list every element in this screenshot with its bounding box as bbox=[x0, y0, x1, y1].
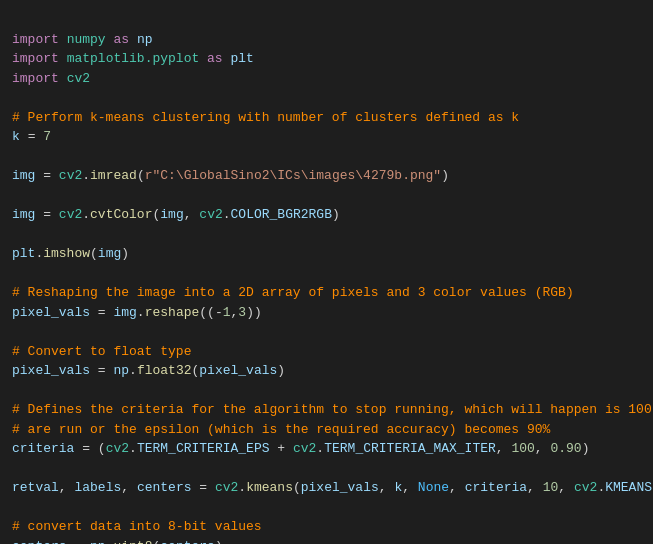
line-imread: img = cv2.imread(r"C:\GlobalSino2\ICs\im… bbox=[12, 168, 449, 183]
line-k-assign: k = 7 bbox=[12, 129, 51, 144]
line-comment-8bit: # convert data into 8-bit values bbox=[12, 519, 262, 534]
line-cvtcolor: img = cv2.cvtColor(img, cv2.COLOR_BGR2RG… bbox=[12, 207, 340, 222]
line-comment-reshape: # Reshaping the image into a 2D array of… bbox=[12, 285, 574, 300]
line-kmeans: retval, labels, centers = cv2.kmeans(pix… bbox=[12, 480, 652, 495]
code-editor: import numpy as np import matplotlib.pyp… bbox=[0, 0, 653, 544]
line-import-numpy: import numpy as np bbox=[12, 32, 152, 47]
line-comment-float: # Convert to float type bbox=[12, 344, 191, 359]
line-import-cv2: import cv2 bbox=[12, 71, 90, 86]
line-comment-criteria2: # are run or the epsilon (which is the r… bbox=[12, 422, 550, 437]
line-imshow1: plt.imshow(img) bbox=[12, 246, 129, 261]
line-import-matplotlib: import matplotlib.pyplot as plt bbox=[12, 51, 254, 66]
line-comment-kmeans: # Perform k-means clustering with number… bbox=[12, 110, 519, 125]
line-pixel-vals-reshape: pixel_vals = img.reshape((-1,3)) bbox=[12, 305, 262, 320]
line-comment-criteria1: # Defines the criteria for the algorithm… bbox=[12, 402, 652, 417]
line-criteria: criteria = (cv2.TERM_CRITERIA_EPS + cv2.… bbox=[12, 441, 590, 456]
line-pixel-vals-float: pixel_vals = np.float32(pixel_vals) bbox=[12, 363, 285, 378]
line-centers-uint8: centers = np.uint8(centers) bbox=[12, 539, 223, 545]
